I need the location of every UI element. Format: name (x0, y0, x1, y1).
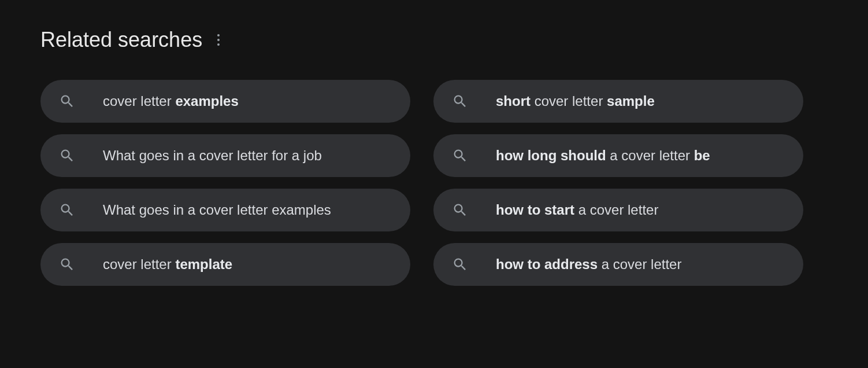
related-search-chip[interactable]: how to address a cover letter (433, 243, 803, 286)
related-search-chip[interactable]: how to start a cover letter (433, 189, 803, 231)
related-search-label: What goes in a cover letter for a job (103, 146, 322, 164)
related-search-label: cover letter examples (103, 92, 239, 110)
related-searches-grid: cover letter examplesshort cover letter … (40, 80, 803, 286)
section-title: Related searches (40, 28, 202, 52)
related-search-chip[interactable]: short cover letter sample (433, 80, 803, 123)
related-search-chip[interactable]: What goes in a cover letter examples (40, 189, 410, 231)
related-search-label: What goes in a cover letter examples (103, 201, 331, 219)
related-search-label: how long should a cover letter be (496, 146, 710, 164)
related-search-label: how to address a cover letter (496, 255, 681, 273)
search-icon (59, 148, 75, 164)
related-search-label: short cover letter sample (496, 92, 655, 110)
search-icon (452, 148, 468, 164)
related-search-chip[interactable]: how long should a cover letter be (433, 134, 803, 177)
more-options-icon[interactable] (214, 31, 223, 49)
search-icon (59, 93, 75, 109)
related-searches-header: Related searches (40, 28, 828, 52)
related-search-label: how to start a cover letter (496, 201, 658, 219)
related-search-chip[interactable]: What goes in a cover letter for a job (40, 134, 410, 177)
search-icon (452, 202, 468, 218)
related-search-chip[interactable]: cover letter template (40, 243, 410, 286)
search-icon (59, 202, 75, 218)
search-icon (452, 256, 468, 273)
search-icon (59, 256, 75, 273)
related-search-chip[interactable]: cover letter examples (40, 80, 410, 123)
search-icon (452, 93, 468, 109)
related-search-label: cover letter template (103, 255, 232, 273)
